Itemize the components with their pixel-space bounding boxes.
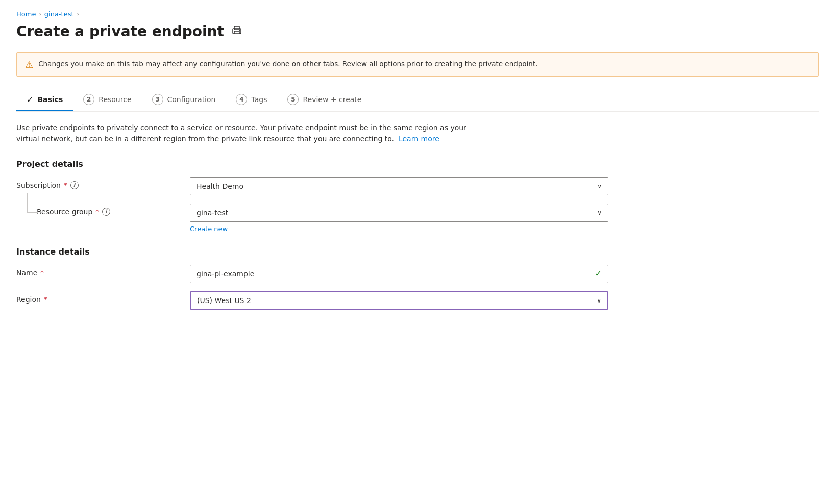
subscription-info-icon[interactable]: i bbox=[70, 181, 79, 189]
resource-group-label-col: Resource group * i bbox=[16, 204, 190, 216]
page-title-row: Create a private endpoint bbox=[16, 23, 819, 40]
tab-configuration-circle: 3 bbox=[152, 94, 163, 105]
region-row: Region * (US) West US 2 ∨ bbox=[16, 291, 819, 310]
svg-rect-1 bbox=[234, 26, 239, 30]
name-row: Name * gina-pl-example ✓ bbox=[16, 265, 819, 283]
tab-review[interactable]: 5 Review + create bbox=[277, 89, 372, 112]
warning-icon: ⚠ bbox=[25, 59, 33, 70]
project-details-title: Project details bbox=[16, 159, 819, 169]
region-chevron: ∨ bbox=[597, 297, 601, 304]
tab-review-circle: 5 bbox=[287, 94, 299, 105]
subscription-chevron: ∨ bbox=[597, 183, 602, 190]
subscription-label-col: Subscription * i bbox=[16, 177, 190, 189]
subscription-value: Health Demo bbox=[197, 182, 243, 190]
tab-tags[interactable]: 4 Tags bbox=[226, 89, 277, 112]
tab-configuration-label: Configuration bbox=[167, 95, 216, 104]
name-label-col: Name * bbox=[16, 265, 190, 277]
region-input-col: (US) West US 2 ∨ bbox=[190, 291, 608, 310]
breadcrumb-project[interactable]: gina-test bbox=[44, 10, 74, 18]
tab-resource[interactable]: 2 Resource bbox=[73, 89, 141, 112]
name-label: Name bbox=[16, 269, 37, 277]
subscription-required: * bbox=[64, 181, 67, 189]
tab-basics[interactable]: ✓ Basics bbox=[16, 90, 73, 111]
region-label: Region bbox=[16, 295, 41, 304]
subscription-dropdown[interactable]: Health Demo ∨ bbox=[190, 177, 608, 195]
connector-h-line bbox=[27, 212, 38, 213]
region-label-col: Region * bbox=[16, 291, 190, 304]
name-input-col: gina-pl-example ✓ bbox=[190, 265, 608, 283]
instance-details-title: Instance details bbox=[16, 247, 819, 257]
tab-resource-label: Resource bbox=[99, 95, 131, 104]
project-details-section: Project details Subscription * i Health … bbox=[16, 159, 819, 233]
instance-details-section: Instance details Name * gina-pl-example … bbox=[16, 247, 819, 310]
tab-review-label: Review + create bbox=[303, 95, 361, 104]
resource-group-info-icon[interactable]: i bbox=[102, 208, 110, 216]
svg-rect-2 bbox=[234, 31, 239, 34]
name-value: gina-pl-example bbox=[197, 270, 254, 278]
tabs-container: ✓ Basics 2 Resource 3 Configuration 4 Ta… bbox=[16, 89, 819, 112]
name-required: * bbox=[40, 269, 44, 276]
resource-group-input-col: gina-test ∨ Create new bbox=[190, 204, 608, 233]
warning-banner: ⚠ Changes you make on this tab may affec… bbox=[16, 52, 819, 77]
resource-group-chevron: ∨ bbox=[597, 209, 602, 216]
warning-text: Changes you make on this tab may affect … bbox=[38, 59, 537, 69]
subscription-row: Subscription * i Health Demo ∨ bbox=[16, 177, 819, 195]
breadcrumb-separator-1: › bbox=[39, 11, 41, 17]
resource-group-row: Resource group * i gina-test ∨ Create ne… bbox=[16, 204, 819, 233]
page-title: Create a private endpoint bbox=[16, 23, 224, 40]
resource-group-value: gina-test bbox=[197, 209, 228, 217]
resource-group-dropdown[interactable]: gina-test ∨ bbox=[190, 204, 608, 222]
name-input[interactable]: gina-pl-example ✓ bbox=[190, 265, 608, 283]
subscription-input-col: Health Demo ∨ bbox=[190, 177, 608, 195]
description-text: Use private endpoints to privately conne… bbox=[16, 122, 476, 145]
resource-group-required: * bbox=[95, 208, 99, 215]
name-check-icon: ✓ bbox=[595, 269, 602, 279]
breadcrumb-separator-2: › bbox=[77, 11, 79, 17]
region-required: * bbox=[44, 295, 47, 303]
breadcrumb-home[interactable]: Home bbox=[16, 10, 36, 18]
tab-tags-label: Tags bbox=[251, 95, 267, 104]
connector-v-line bbox=[27, 193, 28, 212]
svg-point-3 bbox=[239, 30, 240, 31]
subscription-label: Subscription bbox=[16, 181, 61, 189]
learn-more-link[interactable]: Learn more bbox=[399, 135, 439, 143]
tab-configuration[interactable]: 3 Configuration bbox=[142, 89, 226, 112]
tab-basics-check: ✓ bbox=[27, 95, 33, 105]
print-icon[interactable] bbox=[231, 24, 242, 38]
region-dropdown[interactable]: (US) West US 2 ∨ bbox=[190, 291, 608, 310]
breadcrumb: Home › gina-test › bbox=[16, 10, 819, 18]
tab-resource-circle: 2 bbox=[83, 94, 94, 105]
create-new-link[interactable]: Create new bbox=[190, 225, 228, 233]
region-value: (US) West US 2 bbox=[197, 296, 251, 305]
tab-tags-circle: 4 bbox=[236, 94, 247, 105]
tab-basics-label: Basics bbox=[37, 95, 63, 104]
resource-group-label: Resource group bbox=[37, 208, 92, 216]
